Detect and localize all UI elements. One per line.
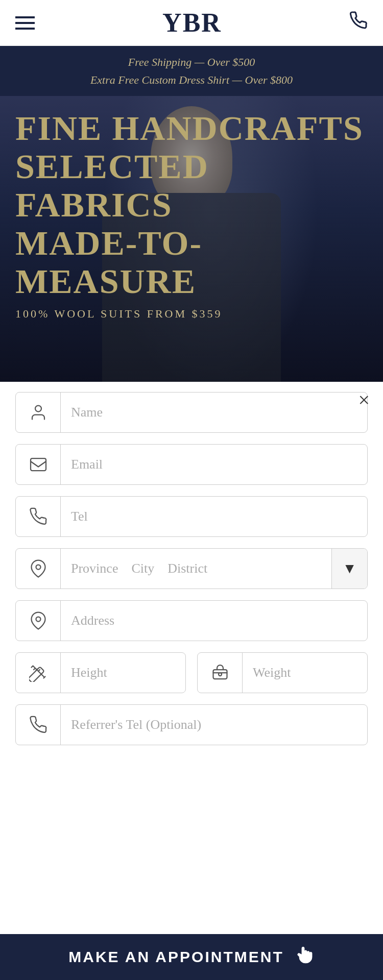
hero-title-line3: MADE-TO-MEASURE: [15, 224, 368, 301]
weight-icon-wrap: [198, 653, 243, 693]
location-icon-wrap: [16, 549, 61, 589]
appointment-form: ×: [0, 382, 383, 828]
cta-label: MAKE AN APPOINTMENT: [68, 948, 283, 966]
referrer-field-container: [15, 704, 368, 745]
svg-rect-5: [213, 670, 227, 679]
email-input[interactable]: [61, 445, 367, 484]
height-field-container: [15, 652, 186, 693]
hero-subtitle: 100% WOOL SUITS FROM $359: [15, 307, 368, 321]
name-input[interactable]: [61, 393, 367, 432]
header: YBR: [0, 0, 383, 46]
location-icon: [29, 559, 47, 578]
height-icon-wrap: [16, 653, 61, 693]
address-input[interactable]: [61, 601, 367, 641]
menu-button[interactable]: [15, 16, 35, 30]
tel-field-container: [15, 496, 368, 537]
scale-icon: [211, 664, 229, 682]
name-field-container: [15, 392, 368, 433]
referrer-phone-icon: [29, 716, 47, 734]
person-icon: [29, 403, 47, 422]
hero-section: FINE HANDCRAFTS SELECTED FABRICS MADE-TO…: [0, 96, 383, 382]
measurements-row: [15, 652, 368, 693]
email-icon: [29, 455, 47, 474]
promo-line2: Extra Free Custom Dress Shirt — Over $80…: [10, 71, 373, 89]
promo-line1: Free Shipping — Over $500: [10, 53, 373, 71]
logo[interactable]: YBR: [162, 8, 222, 38]
svg-point-3: [36, 617, 40, 622]
address-icon: [29, 611, 47, 630]
hero-title: FINE HANDCRAFTS SELECTED FABRICS MADE-TO…: [15, 109, 368, 300]
location-field-container: ▼: [15, 548, 368, 589]
hero-text-block: FINE HANDCRAFTS SELECTED FABRICS MADE-TO…: [0, 109, 383, 321]
address-field-container: [15, 600, 368, 641]
chevron-down-icon: ▼: [343, 560, 357, 577]
tel-input[interactable]: [61, 497, 367, 536]
hand-pointer-icon: [294, 945, 315, 970]
email-field-container: [15, 444, 368, 485]
referrer-icon-wrap: [16, 705, 61, 745]
name-icon-wrap: [16, 393, 61, 432]
height-input[interactable]: [61, 653, 186, 693]
weight-input[interactable]: [243, 653, 368, 693]
svg-point-6: [219, 673, 222, 676]
bottom-spacer: [15, 756, 368, 813]
svg-rect-1: [31, 458, 46, 471]
svg-point-2: [36, 565, 40, 570]
address-icon-wrap: [16, 601, 61, 641]
hero-title-line1: FINE HANDCRAFTS: [15, 109, 368, 148]
location-dropdown-button[interactable]: ▼: [331, 549, 367, 589]
cta-button[interactable]: MAKE AN APPOINTMENT: [0, 934, 383, 980]
email-icon-wrap: [16, 445, 61, 484]
hero-title-line2: SELECTED FABRICS: [15, 148, 368, 224]
weight-field-container: [197, 652, 368, 693]
phone-icon[interactable]: [349, 11, 368, 34]
ruler-icon: [29, 664, 47, 682]
tel-icon: [29, 507, 47, 526]
close-button[interactable]: ×: [358, 390, 370, 410]
referrer-input[interactable]: [61, 705, 367, 745]
svg-point-0: [35, 406, 41, 412]
promo-banner: Free Shipping — Over $500 Extra Free Cus…: [0, 46, 383, 96]
location-input[interactable]: [61, 549, 331, 589]
tel-icon-wrap: [16, 497, 61, 536]
